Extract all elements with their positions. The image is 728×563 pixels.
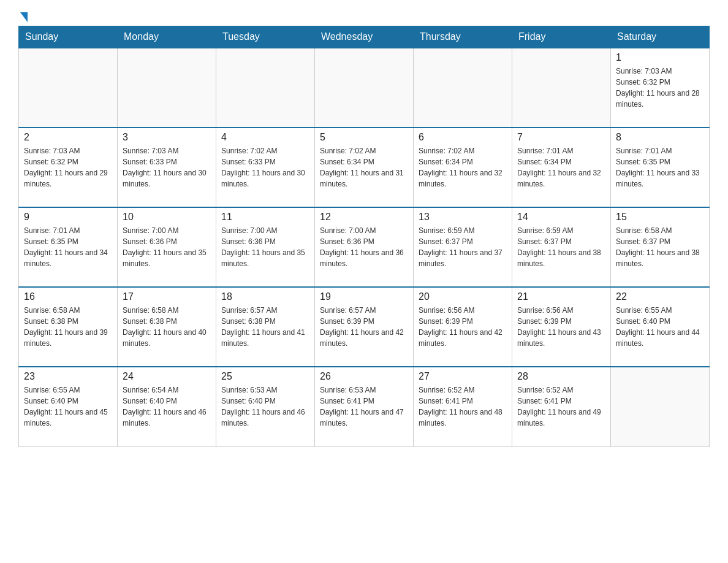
calendar-week-row-4: 16Sunrise: 6:58 AM Sunset: 6:38 PM Dayli… bbox=[19, 287, 710, 367]
day-number: 12 bbox=[320, 212, 408, 223]
calendar-cell bbox=[19, 48, 118, 128]
calendar-cell: 19Sunrise: 6:57 AM Sunset: 6:39 PM Dayli… bbox=[315, 287, 414, 367]
calendar-cell: 9Sunrise: 7:01 AM Sunset: 6:35 PM Daylig… bbox=[19, 207, 118, 287]
calendar-cell: 13Sunrise: 6:59 AM Sunset: 6:37 PM Dayli… bbox=[414, 207, 512, 287]
calendar-cell bbox=[315, 48, 414, 128]
calendar-cell: 14Sunrise: 6:59 AM Sunset: 6:37 PM Dayli… bbox=[512, 207, 611, 287]
day-info: Sunrise: 6:56 AM Sunset: 6:39 PM Dayligh… bbox=[517, 305, 605, 349]
day-number: 15 bbox=[616, 212, 704, 223]
day-number: 28 bbox=[517, 371, 605, 382]
calendar-cell bbox=[512, 48, 611, 128]
day-info: Sunrise: 6:57 AM Sunset: 6:39 PM Dayligh… bbox=[320, 305, 408, 349]
calendar-week-row-5: 23Sunrise: 6:55 AM Sunset: 6:40 PM Dayli… bbox=[19, 367, 710, 446]
day-info: Sunrise: 7:00 AM Sunset: 6:36 PM Dayligh… bbox=[123, 225, 211, 269]
day-number: 22 bbox=[616, 291, 704, 302]
day-number: 4 bbox=[221, 132, 309, 143]
calendar-week-row-3: 9Sunrise: 7:01 AM Sunset: 6:35 PM Daylig… bbox=[19, 207, 710, 287]
calendar-cell: 3Sunrise: 7:03 AM Sunset: 6:33 PM Daylig… bbox=[118, 128, 216, 207]
day-number: 8 bbox=[616, 132, 704, 143]
day-info: Sunrise: 7:02 AM Sunset: 6:34 PM Dayligh… bbox=[419, 145, 507, 190]
day-number: 16 bbox=[24, 291, 112, 302]
calendar-cell: 28Sunrise: 6:52 AM Sunset: 6:41 PM Dayli… bbox=[512, 367, 611, 446]
calendar-header-friday: Friday bbox=[512, 26, 611, 48]
calendar-cell bbox=[118, 48, 216, 128]
calendar-cell: 1Sunrise: 7:03 AM Sunset: 6:32 PM Daylig… bbox=[611, 48, 710, 128]
calendar-cell: 2Sunrise: 7:03 AM Sunset: 6:32 PM Daylig… bbox=[19, 128, 118, 207]
calendar-header-wednesday: Wednesday bbox=[315, 26, 414, 48]
calendar-cell: 15Sunrise: 6:58 AM Sunset: 6:37 PM Dayli… bbox=[611, 207, 710, 287]
day-number: 7 bbox=[517, 132, 605, 143]
day-info: Sunrise: 7:02 AM Sunset: 6:33 PM Dayligh… bbox=[221, 145, 309, 190]
calendar-header-thursday: Thursday bbox=[414, 26, 512, 48]
calendar-cell: 23Sunrise: 6:55 AM Sunset: 6:40 PM Dayli… bbox=[19, 367, 118, 446]
day-info: Sunrise: 6:54 AM Sunset: 6:40 PM Dayligh… bbox=[123, 385, 211, 429]
day-info: Sunrise: 6:55 AM Sunset: 6:40 PM Dayligh… bbox=[616, 305, 704, 349]
calendar-week-row-2: 2Sunrise: 7:03 AM Sunset: 6:32 PM Daylig… bbox=[19, 128, 710, 207]
day-number: 17 bbox=[123, 291, 211, 302]
calendar-header-sunday: Sunday bbox=[19, 26, 118, 48]
day-number: 9 bbox=[24, 212, 112, 223]
day-info: Sunrise: 7:02 AM Sunset: 6:34 PM Dayligh… bbox=[320, 145, 408, 190]
day-number: 6 bbox=[419, 132, 507, 143]
day-info: Sunrise: 6:58 AM Sunset: 6:38 PM Dayligh… bbox=[123, 305, 211, 349]
calendar-header-row: SundayMondayTuesdayWednesdayThursdayFrid… bbox=[19, 26, 710, 48]
calendar-cell: 16Sunrise: 6:58 AM Sunset: 6:38 PM Dayli… bbox=[19, 287, 118, 367]
day-info: Sunrise: 6:52 AM Sunset: 6:41 PM Dayligh… bbox=[517, 385, 605, 429]
calendar-cell: 10Sunrise: 7:00 AM Sunset: 6:36 PM Dayli… bbox=[118, 207, 216, 287]
day-number: 14 bbox=[517, 212, 605, 223]
calendar-cell: 18Sunrise: 6:57 AM Sunset: 6:38 PM Dayli… bbox=[216, 287, 315, 367]
day-info: Sunrise: 6:58 AM Sunset: 6:37 PM Dayligh… bbox=[616, 225, 704, 269]
day-number: 23 bbox=[24, 371, 112, 382]
calendar-table: SundayMondayTuesdayWednesdayThursdayFrid… bbox=[18, 26, 710, 447]
day-number: 13 bbox=[419, 212, 507, 223]
day-number: 25 bbox=[221, 371, 309, 382]
calendar-cell: 7Sunrise: 7:01 AM Sunset: 6:34 PM Daylig… bbox=[512, 128, 611, 207]
day-info: Sunrise: 7:01 AM Sunset: 6:34 PM Dayligh… bbox=[517, 145, 605, 190]
calendar-cell: 25Sunrise: 6:53 AM Sunset: 6:40 PM Dayli… bbox=[216, 367, 315, 446]
day-info: Sunrise: 6:59 AM Sunset: 6:37 PM Dayligh… bbox=[419, 225, 507, 269]
day-info: Sunrise: 6:59 AM Sunset: 6:37 PM Dayligh… bbox=[517, 225, 605, 269]
calendar-cell: 5Sunrise: 7:02 AM Sunset: 6:34 PM Daylig… bbox=[315, 128, 414, 207]
day-number: 5 bbox=[320, 132, 408, 143]
calendar-cell: 8Sunrise: 7:01 AM Sunset: 6:35 PM Daylig… bbox=[611, 128, 710, 207]
day-info: Sunrise: 7:03 AM Sunset: 6:33 PM Dayligh… bbox=[123, 145, 211, 190]
logo bbox=[18, 12, 28, 20]
day-number: 10 bbox=[123, 212, 211, 223]
page-header bbox=[18, 12, 710, 20]
calendar-cell: 17Sunrise: 6:58 AM Sunset: 6:38 PM Dayli… bbox=[118, 287, 216, 367]
day-number: 24 bbox=[123, 371, 211, 382]
day-number: 21 bbox=[517, 291, 605, 302]
day-info: Sunrise: 7:01 AM Sunset: 6:35 PM Dayligh… bbox=[24, 225, 112, 269]
day-info: Sunrise: 7:03 AM Sunset: 6:32 PM Dayligh… bbox=[24, 145, 112, 190]
day-info: Sunrise: 6:55 AM Sunset: 6:40 PM Dayligh… bbox=[24, 385, 112, 429]
calendar-cell bbox=[216, 48, 315, 128]
day-number: 1 bbox=[616, 52, 704, 63]
day-info: Sunrise: 6:52 AM Sunset: 6:41 PM Dayligh… bbox=[419, 385, 507, 429]
day-number: 3 bbox=[123, 132, 211, 143]
day-info: Sunrise: 7:00 AM Sunset: 6:36 PM Dayligh… bbox=[221, 225, 309, 269]
day-number: 26 bbox=[320, 371, 408, 382]
calendar-cell: 6Sunrise: 7:02 AM Sunset: 6:34 PM Daylig… bbox=[414, 128, 512, 207]
calendar-cell: 4Sunrise: 7:02 AM Sunset: 6:33 PM Daylig… bbox=[216, 128, 315, 207]
day-info: Sunrise: 6:53 AM Sunset: 6:41 PM Dayligh… bbox=[320, 385, 408, 429]
day-number: 19 bbox=[320, 291, 408, 302]
day-info: Sunrise: 6:58 AM Sunset: 6:38 PM Dayligh… bbox=[24, 305, 112, 349]
day-info: Sunrise: 6:57 AM Sunset: 6:38 PM Dayligh… bbox=[221, 305, 309, 349]
calendar-cell bbox=[611, 367, 710, 446]
day-number: 27 bbox=[419, 371, 507, 382]
calendar-cell: 12Sunrise: 7:00 AM Sunset: 6:36 PM Dayli… bbox=[315, 207, 414, 287]
day-number: 11 bbox=[221, 212, 309, 223]
day-number: 20 bbox=[419, 291, 507, 302]
day-info: Sunrise: 7:00 AM Sunset: 6:36 PM Dayligh… bbox=[320, 225, 408, 269]
day-info: Sunrise: 6:56 AM Sunset: 6:39 PM Dayligh… bbox=[419, 305, 507, 349]
calendar-cell: 11Sunrise: 7:00 AM Sunset: 6:36 PM Dayli… bbox=[216, 207, 315, 287]
calendar-header-tuesday: Tuesday bbox=[216, 26, 315, 48]
calendar-week-row-1: 1Sunrise: 7:03 AM Sunset: 6:32 PM Daylig… bbox=[19, 48, 710, 128]
day-info: Sunrise: 6:53 AM Sunset: 6:40 PM Dayligh… bbox=[221, 385, 309, 429]
day-number: 2 bbox=[24, 132, 112, 143]
calendar-cell bbox=[414, 48, 512, 128]
calendar-cell: 20Sunrise: 6:56 AM Sunset: 6:39 PM Dayli… bbox=[414, 287, 512, 367]
calendar-cell: 26Sunrise: 6:53 AM Sunset: 6:41 PM Dayli… bbox=[315, 367, 414, 446]
calendar-cell: 27Sunrise: 6:52 AM Sunset: 6:41 PM Dayli… bbox=[414, 367, 512, 446]
calendar-cell: 24Sunrise: 6:54 AM Sunset: 6:40 PM Dayli… bbox=[118, 367, 216, 446]
